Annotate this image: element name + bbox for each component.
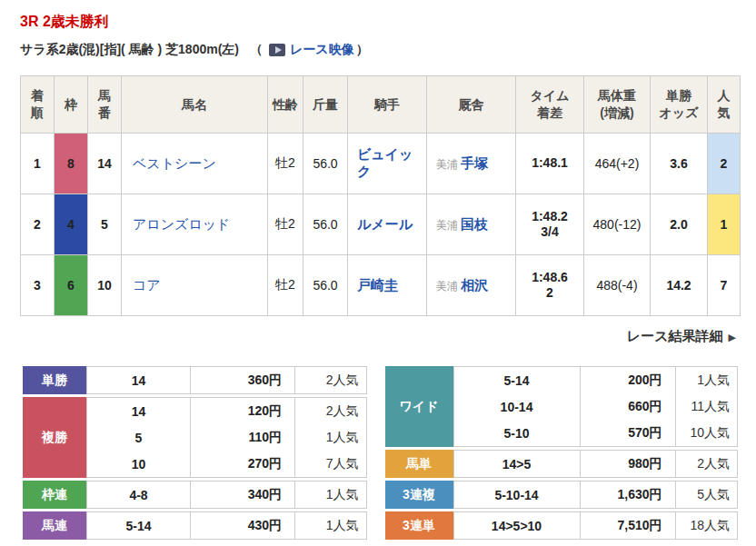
horse-name-link[interactable]: コア <box>133 277 161 293</box>
payout-row: 5-10-14 1,630円 5人気 <box>454 481 737 508</box>
race-result-detail-link[interactable]: レース結果詳細▶ <box>627 328 736 343</box>
jockey-link[interactable]: ビュイック <box>357 146 413 179</box>
payout-selection: 10-14 <box>454 393 580 420</box>
header-weight-carried: 斤量 <box>303 76 348 134</box>
stable-cell: 美浦手塚 <box>427 134 516 194</box>
payout-table-right: ワイド 5-14 200円 1人気 10-14 660円 11人気 5-10 5 <box>385 366 738 542</box>
payout-amount: 120円 <box>190 398 294 424</box>
payout-selection: 5-14 <box>454 367 580 393</box>
jockey-link[interactable]: ルメール <box>357 216 413 232</box>
horse-name-link[interactable]: ベストシーン <box>133 155 216 171</box>
body-weight: 480(-12) <box>584 194 651 255</box>
win-odds: 14.2 <box>651 255 708 316</box>
weight-carried: 56.0 <box>303 255 348 316</box>
play-triangle-icon <box>275 46 282 54</box>
payout-amount: 660円 <box>580 393 675 420</box>
jockey-cell: ルメール <box>348 194 427 255</box>
payout-row: 4-8 340円 1人気 <box>87 481 366 508</box>
weight-carried: 56.0 <box>303 134 348 194</box>
header-stable: 厩舎 <box>427 76 516 134</box>
trainer-link[interactable]: 相沢 <box>461 277 488 293</box>
payout-selection: 14 <box>87 398 190 424</box>
payout-table-left: 単勝 14 360円 2人気 複勝 14 120円 2人気 <box>23 366 367 542</box>
payout-amount: 340円 <box>190 481 294 508</box>
body-weight: 464(+2) <box>584 134 651 194</box>
trainer-link[interactable]: 手塚 <box>461 155 488 171</box>
horse-name-cell: アロンズロッド <box>122 194 268 255</box>
horse-name-link[interactable]: アロンズロッド <box>133 216 230 232</box>
popularity: 1 <box>708 194 741 255</box>
race-video-link[interactable]: レース映像 <box>290 42 354 58</box>
trainer-link[interactable]: 国枝 <box>461 216 488 232</box>
header-body-weight: 馬体重(増減) <box>584 76 651 134</box>
payout-row: 5-10 570円 10人気 <box>454 420 737 446</box>
payout-popularity: 10人気 <box>675 420 737 446</box>
payout-popularity: 7人気 <box>294 451 366 477</box>
video-play-icon <box>269 44 285 56</box>
bet-type-label: 3連単 <box>385 511 453 540</box>
header-time-margin: タイム着差 <box>516 76 584 134</box>
payout-popularity: 1人気 <box>294 424 366 451</box>
horse-name-cell: コア <box>122 255 268 316</box>
payout-selection: 5-10 <box>454 420 580 446</box>
payout-row: 14 120円 2人気 <box>87 398 366 424</box>
payout-amount: 360円 <box>190 367 294 393</box>
header-frame: 枠 <box>55 76 88 134</box>
horse-number: 5 <box>88 194 122 255</box>
horse-number: 10 <box>88 255 122 316</box>
result-row-1: 1 8 14 ベストシーン 牡2 56.0 ビュイック 美浦手塚 1:48.1 … <box>21 134 741 194</box>
frame-number: 6 <box>55 255 88 316</box>
payout-row: 14>5 980円 2人気 <box>454 451 737 477</box>
arrow-right-icon: ▶ <box>729 332 736 342</box>
bet-type-label: 3連複 <box>385 481 453 509</box>
payout-row: 5-14 430円 1人気 <box>87 512 366 539</box>
sex-age: 牡2 <box>268 194 303 255</box>
header-sex-age: 性齢 <box>268 76 303 134</box>
bet-type-label: 複勝 <box>23 397 86 478</box>
payout-row: 10 270円 7人気 <box>87 451 366 477</box>
payout-popularity: 1人気 <box>294 481 366 508</box>
payout-popularity: 5人気 <box>675 481 737 508</box>
race-results-table: 着順 枠 馬番 馬名 性齢 斤量 騎手 厩舎 タイム着差 馬体重(増減) 単勝オ… <box>20 75 741 316</box>
payout-amount: 1,630円 <box>580 481 675 508</box>
payout-group-quinella: 馬連 5-14 430円 1人気 <box>23 511 367 540</box>
bet-type-label: ワイド <box>385 366 453 447</box>
payout-group-wide: ワイド 5-14 200円 1人気 10-14 660円 11人気 5-10 5 <box>385 366 738 447</box>
header-finish: 着順 <box>21 76 55 134</box>
finish-position: 1 <box>21 134 55 194</box>
bet-type-label: 馬単 <box>385 450 453 478</box>
payout-row: 14>5>10 7,510円 18人気 <box>454 512 737 539</box>
payout-popularity: 1人気 <box>675 367 737 393</box>
payout-popularity: 2人気 <box>675 451 737 477</box>
time-margin: 1:48.62 <box>516 255 584 316</box>
paren-open: （ <box>250 42 263 58</box>
header-popularity: 人気 <box>708 76 741 134</box>
win-odds: 3.6 <box>651 134 708 194</box>
payout-selection: 5 <box>87 424 190 451</box>
jockey-cell: 戸崎圭 <box>348 255 427 316</box>
detail-link-row: レース結果詳細▶ <box>20 328 740 345</box>
race-title: 3R 2歳未勝利 <box>20 13 738 32</box>
jockey-link[interactable]: 戸崎圭 <box>357 277 398 293</box>
payout-section: 単勝 14 360円 2人気 複勝 14 120円 2人気 <box>23 366 738 542</box>
popularity: 7 <box>708 255 741 316</box>
payout-row: 5-14 200円 1人気 <box>454 367 737 393</box>
horse-name-cell: ベストシーン <box>122 134 268 194</box>
sex-age: 牡2 <box>268 134 303 194</box>
payout-row: 10-14 660円 11人気 <box>454 393 737 420</box>
payout-popularity: 2人気 <box>294 367 366 393</box>
bet-type-label: 馬連 <box>23 511 86 540</box>
payout-group-bracket-quinella: 枠連 4-8 340円 1人気 <box>23 481 367 509</box>
header-horse-number: 馬番 <box>88 76 122 134</box>
payout-popularity: 2人気 <box>294 398 366 424</box>
payout-selection: 14>5>10 <box>454 512 580 539</box>
payout-amount: 7,510円 <box>580 512 675 539</box>
payout-selection: 14 <box>87 367 190 393</box>
header-horse-name: 馬名 <box>122 76 268 134</box>
frame-number: 4 <box>55 194 88 255</box>
paren-close: ） <box>356 42 369 58</box>
stable-cell: 美浦国枝 <box>427 194 516 255</box>
finish-position: 3 <box>21 255 55 316</box>
payout-amount: 980円 <box>580 451 675 477</box>
bet-type-label: 単勝 <box>23 366 86 394</box>
